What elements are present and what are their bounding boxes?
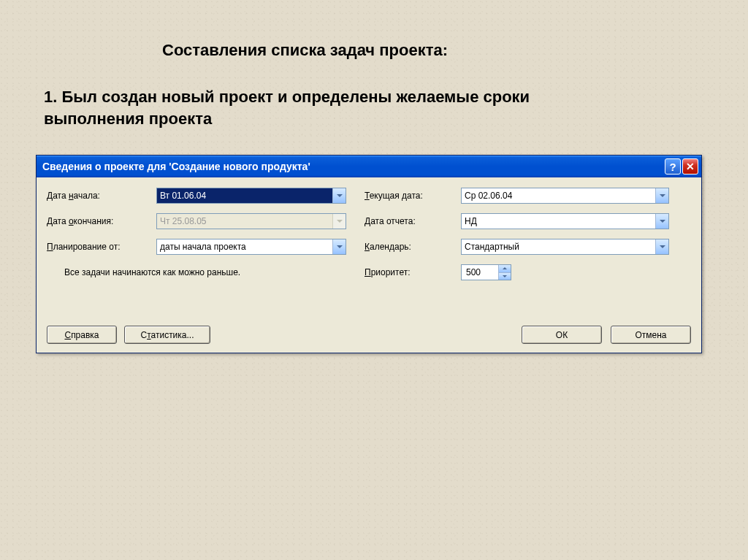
current-date-combo[interactable]: Ср 02.06.04 <box>461 188 669 204</box>
titlebar-buttons: ? ✕ <box>665 158 698 174</box>
close-icon[interactable]: ✕ <box>682 158 698 174</box>
calendar-combo[interactable]: Стандартный <box>461 239 669 255</box>
start-date-value: Вт 01.06.04 <box>157 188 332 203</box>
end-date-value: Чт 25.08.05 <box>157 214 332 229</box>
help-button[interactable]: Справка <box>47 326 117 344</box>
ok-button[interactable]: ОК <box>522 326 602 344</box>
priority-value: 500 <box>462 265 498 280</box>
dropdown-icon[interactable] <box>655 214 668 229</box>
dialog-body: Дата начала: Вт 01.06.04 Текущая дата: С… <box>37 177 701 353</box>
current-date-label: Текущая дата: <box>365 191 461 201</box>
start-date-label: Дата начала: <box>47 191 156 201</box>
spinner-down-icon[interactable] <box>499 272 511 280</box>
calendar-label: Календарь: <box>365 242 461 252</box>
report-date-combo[interactable]: НД <box>461 213 669 229</box>
cancel-button[interactable]: Отмена <box>611 326 691 344</box>
dropdown-icon[interactable] <box>332 188 346 203</box>
dropdown-icon[interactable] <box>655 239 668 254</box>
end-date-label: Дата окончания: <box>47 216 156 226</box>
calendar-value: Стандартный <box>462 239 655 254</box>
dropdown-icon <box>332 214 346 229</box>
end-date-combo: Чт 25.08.05 <box>156 213 346 229</box>
report-date-value: НД <box>462 214 655 229</box>
button-row: Справка Статистика... ОК Отмена <box>47 326 691 344</box>
titlebar: Сведения о проекте для 'Создание нового … <box>37 156 701 177</box>
page-title: Составления списка задач проекта: <box>162 41 448 60</box>
priority-label: Приоритет: <box>365 267 461 277</box>
start-date-combo[interactable]: Вт 01.06.04 <box>156 188 346 204</box>
project-info-dialog: Сведения о проекте для 'Создание нового … <box>36 155 702 353</box>
help-icon[interactable]: ? <box>665 158 681 174</box>
page-subtitle: 1. Был создан новый проект и определены … <box>44 86 530 129</box>
spinner-up-icon[interactable] <box>499 265 511 272</box>
schedule-hint: Все задачи начинаются как можно раньше. <box>64 267 240 277</box>
schedule-from-value: даты начала проекта <box>157 239 332 254</box>
report-date-label: Дата отчета: <box>365 216 461 226</box>
dropdown-icon[interactable] <box>332 239 346 254</box>
schedule-from-label: Планирование от: <box>47 242 156 252</box>
dropdown-icon[interactable] <box>655 188 668 203</box>
stats-button[interactable]: Статистика... <box>124 326 210 344</box>
current-date-value: Ср 02.06.04 <box>462 188 655 203</box>
schedule-from-combo[interactable]: даты начала проекта <box>156 239 346 255</box>
dialog-title: Сведения о проекте для 'Создание нового … <box>42 161 310 172</box>
priority-spinner[interactable]: 500 <box>461 264 511 280</box>
